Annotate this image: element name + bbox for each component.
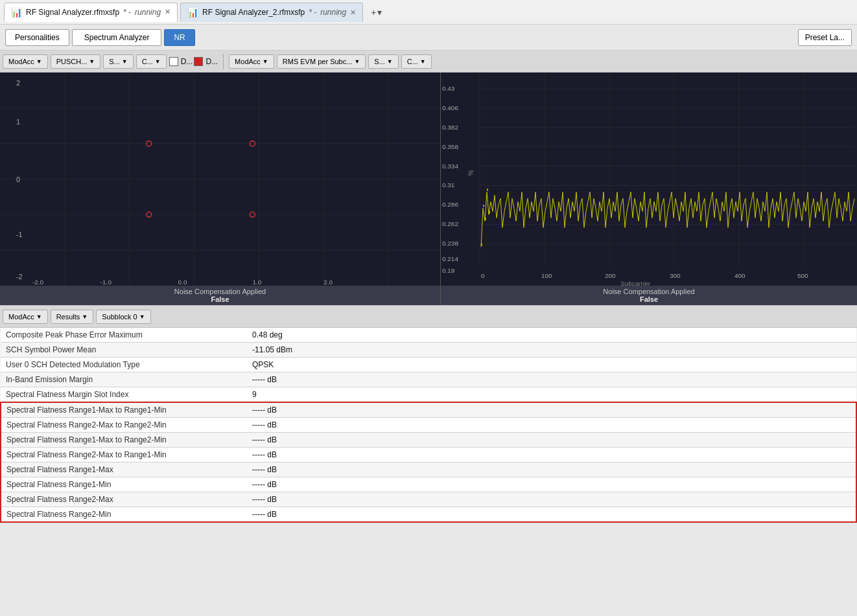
chart-left-footer-value: False [211, 295, 229, 303]
svg-rect-63 [485, 218, 486, 220]
tab-1-title: RF Signal Analyzer.rfmxsfp [26, 8, 119, 17]
rms-evm-arrow: ▼ [354, 58, 360, 65]
table-row: Spectral Flatness Range1-Max to Range2-M… [1, 433, 856, 448]
s-left-arrow: ▼ [122, 58, 128, 65]
preset-button[interactable]: Preset La... [798, 29, 852, 46]
s-dropdown-right[interactable]: S... ▼ [368, 54, 398, 69]
svg-text:0.19: 0.19 [442, 267, 455, 274]
results-subblock-label: Subblock 0 [102, 313, 137, 321]
personalities-button[interactable]: Personalities [5, 29, 69, 46]
add-tab-arrow: ▾ [377, 7, 382, 17]
result-value: 9 [247, 387, 856, 403]
result-label: User 0 SCH Detected Modulation Type [1, 358, 247, 372]
results-results-dropdown[interactable]: Results ▼ [51, 310, 94, 324]
svg-text:1.0: 1.0 [252, 279, 261, 286]
svg-text:400: 400 [734, 272, 745, 279]
chart-rms-evm: 0.43 0.406 0.382 0.358 0.334 0.31 0.286 … [441, 73, 857, 305]
nr-button[interactable]: NR [164, 29, 194, 46]
tab-1-running: running [135, 8, 161, 17]
result-label: Composite Peak Phase Error Maximum [1, 328, 247, 343]
pusch-arrow: ▼ [89, 58, 95, 65]
pusch-label: PUSCH... [56, 58, 88, 65]
pusch-dropdown[interactable]: PUSCH... ▼ [51, 54, 101, 69]
results-table: Composite Peak Phase Error Maximum0.48 d… [0, 328, 857, 523]
chart-right-footer-label: Noise Compensation Applied [603, 288, 694, 295]
table-row: Spectral Flatness Range2-Max to Range2-M… [1, 418, 856, 433]
table-row: Spectral Flatness Range1-Min----- dB [1, 477, 856, 492]
svg-text:Subcarrier: Subcarrier [620, 280, 651, 286]
tab-1-close[interactable]: ✕ [165, 8, 170, 16]
result-value: ----- dB [247, 462, 856, 477]
svg-text:-1.0: -1.0 [100, 279, 112, 286]
result-value: ----- dB [247, 448, 856, 462]
main-toolbar: Personalities Spectrum Analyzer NR Prese… [0, 25, 857, 51]
s-right-label: S... [374, 58, 385, 65]
tab-1[interactable]: 📊 RF Signal Analyzer.rfmxsfp * - running… [4, 3, 178, 22]
result-label: Spectral Flatness Range1-Max to Range1-M… [1, 402, 247, 418]
svg-text:0: 0 [16, 176, 20, 183]
table-row: Composite Peak Phase Error Maximum0.48 d… [1, 328, 856, 343]
results-toolbar: ModAcc ▼ Results ▼ Subblock 0 ▼ [0, 306, 857, 328]
chart-constellation-inner: 2 1 0 -1 -2 -2.0 -1.0 0.0 1.0 2.0 [0, 73, 440, 286]
d2-label: D... [205, 57, 218, 66]
results-modacc-label: ModAcc [8, 313, 34, 321]
chart-constellation: 2 1 0 -1 -2 -2.0 -1.0 0.0 1.0 2.0 [0, 73, 441, 305]
table-row: Spectral Flatness Range2-Max----- dB [1, 492, 856, 507]
svg-text:0.286: 0.286 [442, 201, 458, 208]
table-row: SCH Symbol Power Mean-11.05 dBm [1, 343, 856, 358]
result-label: Spectral Flatness Range2-Min [1, 507, 247, 523]
results-modacc-dropdown[interactable]: ModAcc ▼ [3, 310, 48, 324]
modacc-dropdown-right[interactable]: ModAcc ▼ [229, 54, 274, 69]
result-label: SCH Symbol Power Mean [1, 343, 247, 358]
rms-evm-label: RMS EVM per Subc... [283, 58, 353, 65]
rms-evm-svg: 0.43 0.406 0.382 0.358 0.334 0.31 0.286 … [441, 73, 857, 286]
add-tab-button[interactable]: + ▾ [366, 5, 387, 20]
s-right-arrow: ▼ [387, 58, 393, 65]
tab-2[interactable]: 📊 RF Signal Analyzer_2.rfmxsfp * - runni… [180, 3, 363, 22]
tab-2-status: * - [309, 8, 316, 17]
s-dropdown-left[interactable]: S... ▼ [103, 54, 133, 69]
results-results-label: Results [56, 313, 80, 321]
svg-text:0.238: 0.238 [442, 240, 458, 247]
c-right-label: C... [407, 58, 418, 65]
svg-text:-1: -1 [16, 231, 23, 238]
c-dropdown-right[interactable]: C... ▼ [401, 54, 432, 69]
svg-text:300: 300 [670, 272, 681, 279]
results-results-arrow: ▼ [82, 314, 88, 320]
svg-rect-61 [481, 244, 482, 245]
results-subblock-dropdown[interactable]: Subblock 0 ▼ [96, 310, 150, 324]
charts-toolbar: ModAcc ▼ PUSCH... ▼ S... ▼ C... ▼ D... D… [0, 51, 857, 73]
svg-text:0.406: 0.406 [442, 104, 458, 111]
table-row: User 0 SCH Detected Modulation TypeQPSK [1, 358, 856, 372]
svg-rect-26 [441, 73, 857, 286]
svg-text:0.358: 0.358 [442, 143, 458, 150]
modacc-right-arrow: ▼ [263, 58, 268, 65]
swatch-white [169, 57, 178, 66]
svg-text:0.214: 0.214 [442, 255, 458, 262]
result-value: ----- dB [247, 507, 856, 523]
result-label: Spectral Flatness Range1-Max to Range2-M… [1, 433, 247, 448]
modacc-dropdown-left[interactable]: ModAcc ▼ [3, 54, 48, 69]
svg-text:-2: -2 [16, 273, 23, 280]
d1-label: D... [181, 57, 193, 66]
tab-2-title: RF Signal Analyzer_2.rfmxsfp [202, 8, 305, 17]
modacc-left-arrow: ▼ [36, 58, 42, 65]
svg-text:0.0: 0.0 [178, 279, 187, 286]
result-label: Spectral Flatness Range2-Max [1, 492, 247, 507]
result-value: ----- dB [247, 477, 856, 492]
tab-1-icon: 📊 [11, 7, 22, 17]
result-label: Spectral Flatness Range1-Max [1, 462, 247, 477]
svg-text:0.31: 0.31 [442, 181, 455, 188]
result-label: Spectral Flatness Margin Slot Index [1, 387, 247, 403]
c-dropdown-left[interactable]: C... ▼ [136, 54, 167, 69]
tab-2-close[interactable]: ✕ [350, 8, 356, 17]
svg-rect-62 [483, 205, 484, 207]
svg-text:2.0: 2.0 [323, 279, 333, 286]
spectrum-analyzer-button[interactable]: Spectrum Analyzer [72, 29, 162, 46]
svg-text:100: 100 [541, 272, 552, 279]
chart-left-footer-label: Noise Compensation Applied [174, 288, 266, 295]
chart-rms-evm-inner: 0.43 0.406 0.382 0.358 0.334 0.31 0.286 … [441, 73, 857, 286]
results-subblock-arrow: ▼ [139, 314, 145, 320]
rms-evm-dropdown[interactable]: RMS EVM per Subc... ▼ [277, 54, 366, 69]
table-row: Spectral Flatness Range1-Max to Range1-M… [1, 402, 856, 418]
